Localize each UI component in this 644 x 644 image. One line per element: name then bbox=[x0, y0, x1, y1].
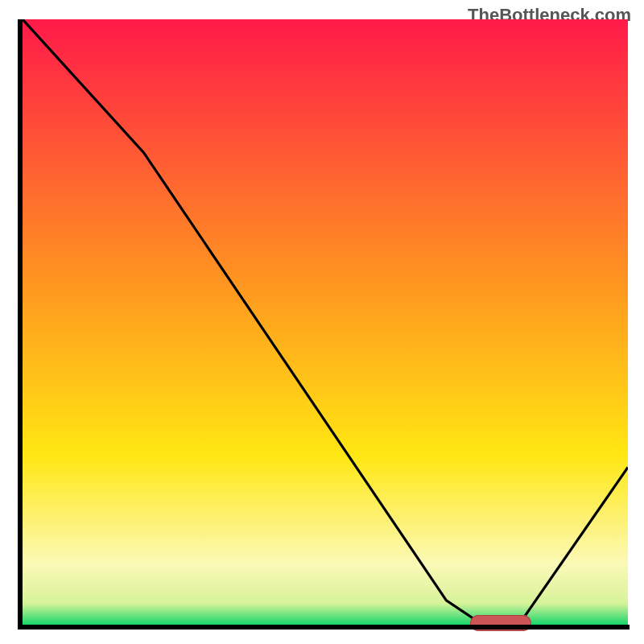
gradient-background bbox=[23, 19, 628, 625]
plot-area bbox=[23, 19, 628, 625]
plot-svg bbox=[23, 19, 628, 625]
y-axis bbox=[18, 19, 23, 626]
bottleneck-chart: TheBottleneck.com bbox=[0, 0, 644, 644]
x-axis bbox=[18, 625, 630, 630]
